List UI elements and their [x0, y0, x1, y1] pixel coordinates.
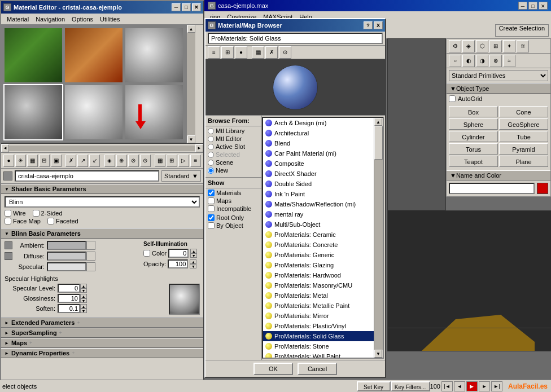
rt-btn-4[interactable]: ⊞	[489, 40, 502, 52]
list-item[interactable]: mental ray	[263, 209, 374, 219]
shader-type-select[interactable]: Blinn	[5, 196, 200, 208]
tb-options-icon[interactable]: ≡	[190, 155, 201, 167]
tb-video-icon[interactable]: ▣	[51, 155, 62, 167]
list-item[interactable]: Multi/Sub-Object	[263, 219, 374, 230]
menu-material[interactable]: Material	[3, 15, 32, 24]
gloss-up[interactable]: ▲	[80, 294, 87, 298]
preview-cell-1[interactable]	[3, 27, 63, 83]
tb-save-icon[interactable]: ↙	[89, 155, 100, 167]
soften-input[interactable]	[58, 304, 80, 313]
scroll-up-btn[interactable]: ▲	[187, 25, 195, 33]
color-checkbox[interactable]	[143, 250, 150, 257]
browser-close-btn[interactable]: X	[374, 21, 383, 29]
autogrid-check[interactable]	[449, 95, 456, 102]
primitives-select[interactable]: Standard Primitives	[449, 70, 548, 81]
set-key-btn[interactable]: Set Key	[357, 381, 391, 391]
tb-light-icon[interactable]: ☀	[15, 155, 26, 167]
list-item[interactable]: ProMaterials: Metallic Paint	[263, 301, 374, 311]
show-incompatible-check[interactable]	[208, 205, 215, 212]
preview-cell-4[interactable]	[3, 84, 63, 140]
wire-checkbox[interactable]	[5, 210, 11, 217]
list-item[interactable]: ProMaterials: Wall Paint	[263, 351, 374, 358]
prev-frame-btn[interactable]: ◄	[454, 381, 465, 391]
diffuse-color[interactable]	[47, 252, 86, 261]
obj-btn-plane[interactable]: Plane	[499, 156, 548, 167]
mat-name-input[interactable]	[15, 170, 159, 182]
key-filters-btn[interactable]: Key Filters...	[391, 381, 430, 391]
preview-cell-3[interactable]	[124, 27, 184, 83]
tb-pick-icon[interactable]: ⊘	[128, 155, 139, 167]
gloss-input[interactable]	[58, 294, 80, 303]
tb-sphere-icon[interactable]: ●	[3, 155, 14, 167]
bt-filter-icon[interactable]: ●	[235, 46, 247, 59]
tb-bg-icon[interactable]: ▦	[27, 155, 38, 167]
rt-btn-10[interactable]: ⊗	[489, 55, 502, 67]
illum-spin-down[interactable]: ▼	[190, 253, 197, 258]
ambient-lock[interactable]	[5, 241, 12, 249]
rt-btn-9[interactable]: ◑	[476, 55, 488, 67]
specular-color[interactable]	[47, 262, 86, 271]
list-item[interactable]: DirectX Shader	[263, 169, 374, 179]
specular-btn[interactable]	[86, 262, 95, 271]
diffuse-btn[interactable]	[86, 252, 95, 261]
tb-nav-icon[interactable]: ⊞	[167, 155, 177, 167]
spec-level-down[interactable]: ▼	[80, 288, 87, 293]
show-byobject-check[interactable]	[208, 222, 215, 229]
list-scroll-up[interactable]: ▲	[374, 118, 382, 126]
preview-cell-2[interactable]	[64, 27, 124, 83]
list-item[interactable]: Double Sided	[263, 179, 374, 189]
h-scroll-track[interactable]	[9, 146, 195, 151]
list-item[interactable]: ProMaterials: Metal	[263, 290, 374, 301]
list-item[interactable]: Composite	[263, 158, 374, 169]
menu-options[interactable]: Options	[68, 15, 97, 24]
rt-btn-5[interactable]: ✦	[503, 40, 515, 52]
obj-btn-sphere[interactable]: Sphere	[449, 118, 498, 130]
list-item[interactable]: Architectural	[263, 128, 374, 138]
gloss-down[interactable]: ▼	[80, 298, 87, 303]
h-scroll-right[interactable]: ►	[195, 144, 203, 152]
spec-level-up[interactable]: ▲	[80, 284, 87, 288]
tb-delete-icon[interactable]: ✗	[65, 155, 76, 167]
name-color-input[interactable]	[449, 183, 535, 194]
list-item[interactable]: ProMaterials: Hardwood	[263, 270, 374, 280]
list-item[interactable]: ProMaterials: Generic	[263, 250, 374, 260]
shader-basic-header[interactable]: ▼ Shader Basic Parameters	[1, 184, 203, 194]
ext-params-header[interactable]: ► Extended Parameters +	[1, 318, 203, 328]
mat-editor-close-btn[interactable]: ✕	[192, 3, 201, 11]
mat-type-dropdown[interactable]: Standard ▼	[161, 170, 201, 182]
bt-options-icon[interactable]: ⊙	[279, 46, 291, 59]
tb-checker-icon[interactable]: ▦	[155, 155, 165, 167]
obj-btn-cone[interactable]: Cone	[499, 106, 548, 117]
list-item[interactable]: Matte/Shadow/Reflection (mi)	[263, 199, 374, 209]
menu-utilities[interactable]: Utilities	[97, 15, 123, 24]
obj-btn-torus[interactable]: Torus	[449, 143, 498, 155]
show-rootonly-check[interactable]	[208, 214, 215, 221]
opacity-spin-up[interactable]: ▲	[190, 259, 196, 264]
obj-btn-geosphere[interactable]: GeoSphere	[499, 118, 548, 130]
browser-ok-btn[interactable]: OK	[253, 363, 293, 375]
bt-tile-icon[interactable]: ⊞	[221, 46, 234, 59]
list-item[interactable]: Arch & Design (mi)	[263, 118, 374, 128]
list-item[interactable]: ProMaterials: Solid Glass	[263, 331, 374, 341]
list-item[interactable]: ProMaterials: Masonry/CMU	[263, 280, 374, 290]
dynprops-header[interactable]: ► Dynamic Properties +	[1, 348, 203, 358]
tb-load-icon[interactable]: ↗	[77, 155, 88, 167]
list-item[interactable]: Ink 'n Paint	[263, 189, 374, 199]
rt-btn-7[interactable]: ○	[449, 55, 461, 67]
rt-btn-2[interactable]: ◈	[462, 40, 475, 52]
scroll-track[interactable]	[187, 33, 195, 135]
list-item[interactable]: ProMaterials: Mirror	[263, 311, 374, 321]
tb-render-icon[interactable]: ▷	[178, 155, 189, 167]
list-item[interactable]: Car Paint Material (mi)	[263, 148, 374, 158]
browser-search-input[interactable]	[208, 33, 383, 44]
opacity-value[interactable]	[168, 259, 188, 268]
illum-value[interactable]	[168, 249, 189, 258]
show-materials-check[interactable]	[208, 190, 215, 196]
list-scroll-down[interactable]: ▼	[374, 350, 382, 358]
ambient-btn[interactable]	[86, 241, 95, 250]
rt-btn-3[interactable]: ⬡	[476, 40, 488, 52]
play-btn[interactable]: |◄	[441, 381, 453, 391]
twosided-checkbox[interactable]	[33, 210, 40, 217]
menu-navigation[interactable]: Navigation	[32, 15, 68, 24]
create-selection-btn[interactable]: Create Selection	[495, 24, 549, 37]
